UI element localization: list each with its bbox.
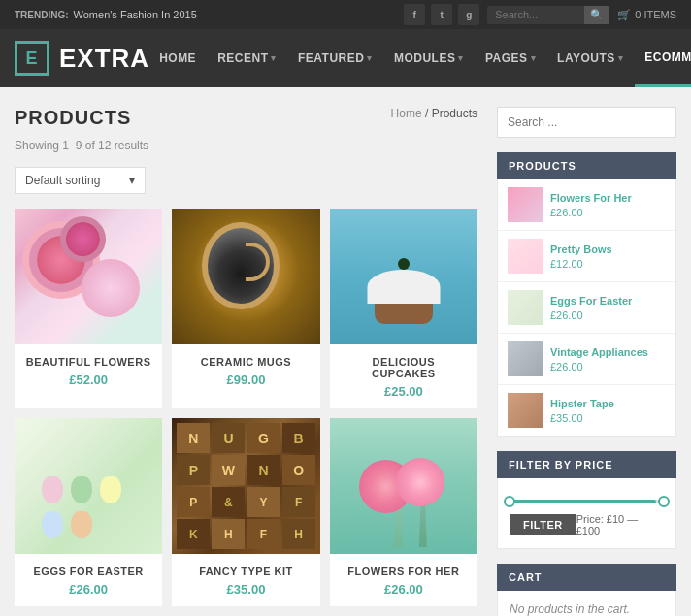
- sidebar-products-title: PRODUCTS: [497, 152, 676, 179]
- sidebar-product-info: Pretty Bows £12.00: [550, 243, 612, 270]
- chevron-down-icon: ▾: [367, 53, 373, 63]
- sidebar-product-info: Eggs For Easter £26.00: [550, 294, 632, 321]
- price-slider-fill: [510, 500, 656, 503]
- filter-controls: FILTER Price: £10 — £100: [510, 513, 664, 536]
- nav-layouts[interactable]: LAYOUTS ▾: [547, 29, 633, 87]
- sidebar-product-price: £12.00: [550, 258, 612, 270]
- chevron-down-icon: ▾: [271, 53, 277, 63]
- sidebar-product-pretty-bows[interactable]: Pretty Bows £12.00: [498, 231, 675, 282]
- sidebar-product-name: Hipster Tape: [550, 397, 614, 410]
- chevron-down-icon: ▾: [129, 174, 135, 187]
- product-info: CERAMIC MUGS £99.00: [172, 344, 319, 397]
- header: E EXTRA HOME RECENT ▾ FEATURED ▾ MODULES…: [0, 29, 691, 87]
- sidebar-product-name: Flowers For Her: [550, 191, 632, 205]
- sidebar-cart-title: CART: [497, 564, 676, 591]
- sidebar-search: [497, 107, 676, 138]
- product-name: BEAUTIFUL FLOWERS: [24, 356, 152, 368]
- sidebar-product-name: Eggs For Easter: [550, 294, 632, 308]
- sidebar: PRODUCTS Flowers For Her £26.00 Pretty B…: [497, 107, 676, 616]
- price-slider-thumb-right[interactable]: [658, 496, 670, 507]
- logo[interactable]: E EXTRA: [15, 41, 149, 76]
- sidebar-products-section: PRODUCTS Flowers For Her £26.00 Pretty B…: [497, 152, 676, 437]
- product-info: BEAUTIFUL FLOWERS £52.00: [15, 344, 162, 397]
- trending-label: TRENDING:: [15, 10, 69, 20]
- trending-value: Women's Fashion In 2015: [74, 9, 197, 20]
- product-grid: BEAUTIFUL FLOWERS £52.00 CERAMIC MUGS £9…: [15, 209, 477, 606]
- main-container: PRODUCTS Home / Products Showing 1–9 of …: [0, 87, 691, 616]
- chevron-down-icon: ▾: [618, 53, 624, 63]
- product-image: N U G B P W N O P & Y F K: [172, 418, 319, 554]
- product-card-ceramic-mugs[interactable]: CERAMIC MUGS £99.00: [172, 209, 319, 408]
- nav-pages[interactable]: PAGES ▾: [476, 29, 545, 87]
- sidebar-product-list: Flowers For Her £26.00 Pretty Bows £12.0…: [497, 179, 676, 437]
- product-price: £52.00: [24, 373, 152, 387]
- sidebar-product-price: £26.00: [550, 309, 632, 321]
- product-price: £26.00: [340, 582, 468, 597]
- twitter-icon[interactable]: t: [431, 4, 452, 25]
- nav-home[interactable]: HOME: [149, 29, 206, 87]
- product-image: [15, 209, 162, 344]
- results-info: Showing 1–9 of 12 results: [15, 139, 477, 152]
- product-info: FANCY TYPE KIT £35.00: [172, 554, 319, 606]
- top-bar: TRENDING: Women's Fashion In 2015 f t g …: [0, 0, 691, 29]
- sidebar-product-eggs-for-easter[interactable]: Eggs For Easter £26.00: [498, 282, 675, 334]
- product-info: FLOWERS FOR HER £26.00: [330, 554, 477, 606]
- product-image: [330, 418, 477, 554]
- breadcrumb-home[interactable]: Home: [391, 107, 422, 120]
- product-price: £26.00: [24, 582, 152, 597]
- product-name: DELICIOUS CUPCAKES: [340, 356, 468, 379]
- sidebar-thumb: [508, 393, 543, 428]
- sidebar-product-vintage-appliances[interactable]: Vintage Appliances £26.00: [498, 334, 675, 385]
- product-price: £99.00: [181, 373, 310, 387]
- product-card-beautiful-flowers[interactable]: BEAUTIFUL FLOWERS £52.00: [15, 209, 162, 408]
- google-icon[interactable]: g: [458, 4, 479, 25]
- sidebar-search-input[interactable]: [497, 107, 676, 138]
- product-card-flowers-for-her[interactable]: FLOWERS FOR HER £26.00: [330, 418, 477, 606]
- sidebar-product-info: Vintage Appliances £26.00: [550, 345, 648, 373]
- chevron-down-icon: ▾: [458, 53, 464, 63]
- nav-ecommerce[interactable]: ECOMMERCE: [635, 29, 691, 87]
- product-card-fancy-type-kit[interactable]: N U G B P W N O P & Y F K: [172, 418, 319, 606]
- product-price: £35.00: [181, 582, 310, 597]
- sidebar-product-price: £26.00: [550, 361, 648, 373]
- filter-section: FILTER Price: £10 — £100: [497, 478, 676, 549]
- facebook-icon[interactable]: f: [404, 4, 425, 25]
- product-image: [330, 209, 477, 344]
- price-slider-thumb-left[interactable]: [504, 496, 515, 507]
- top-bar-right: f t g 🔍 🛒 0 ITEMS: [404, 4, 676, 25]
- page-header-row: PRODUCTS Home / Products: [15, 107, 477, 134]
- top-search-bar: 🔍: [487, 6, 609, 24]
- sidebar-filter-section: FILTER BY PRICE FILTER Price: £10 — £100: [497, 451, 676, 549]
- product-card-eggs-for-easter[interactable]: EGGS FOR EASTER £26.00: [15, 418, 162, 606]
- sidebar-product-price: £35.00: [550, 412, 614, 424]
- sidebar-thumb: [508, 239, 543, 274]
- product-card-delicious-cupcakes[interactable]: DELICIOUS CUPCAKES £25.00: [330, 209, 477, 408]
- nav-recent[interactable]: RECENT ▾: [208, 29, 286, 87]
- cart-empty: No products in the cart.: [510, 602, 664, 616]
- sidebar-product-hipster-tape[interactable]: Hipster Tape £35.00: [498, 385, 675, 436]
- product-image: [15, 418, 162, 554]
- nav-modules[interactable]: MODULES ▾: [384, 29, 474, 87]
- price-slider-track[interactable]: [510, 500, 664, 503]
- sorting-bar: Default sorting ▾: [15, 167, 477, 194]
- product-name: FANCY TYPE KIT: [181, 566, 310, 577]
- breadcrumb-current: Products: [432, 107, 477, 120]
- nav-featured[interactable]: FEATURED ▾: [288, 29, 382, 87]
- filter-button[interactable]: FILTER: [510, 514, 576, 535]
- sidebar-cart-section: CART No products in the cart.: [497, 564, 676, 616]
- sidebar-product-name: Vintage Appliances: [550, 345, 648, 359]
- sidebar-product-info: Hipster Tape £35.00: [550, 397, 614, 424]
- social-icons: f t g: [404, 4, 479, 25]
- sidebar-product-flowers-for-her[interactable]: Flowers For Her £26.00: [498, 179, 675, 231]
- product-info: DELICIOUS CUPCAKES £25.00: [330, 344, 477, 408]
- logo-icon: E: [15, 41, 49, 76]
- cart-icon-top[interactable]: 🛒 0 ITEMS: [617, 9, 676, 21]
- chevron-down-icon: ▾: [531, 53, 537, 63]
- price-range: Price: £10 — £100: [576, 513, 664, 536]
- product-name: EGGS FOR EASTER: [24, 566, 152, 577]
- sidebar-product-price: £26.00: [550, 207, 632, 218]
- top-search-input[interactable]: [487, 6, 584, 23]
- top-search-button[interactable]: 🔍: [584, 6, 609, 24]
- sidebar-thumb: [508, 341, 543, 376]
- sort-select[interactable]: Default sorting ▾: [15, 167, 146, 194]
